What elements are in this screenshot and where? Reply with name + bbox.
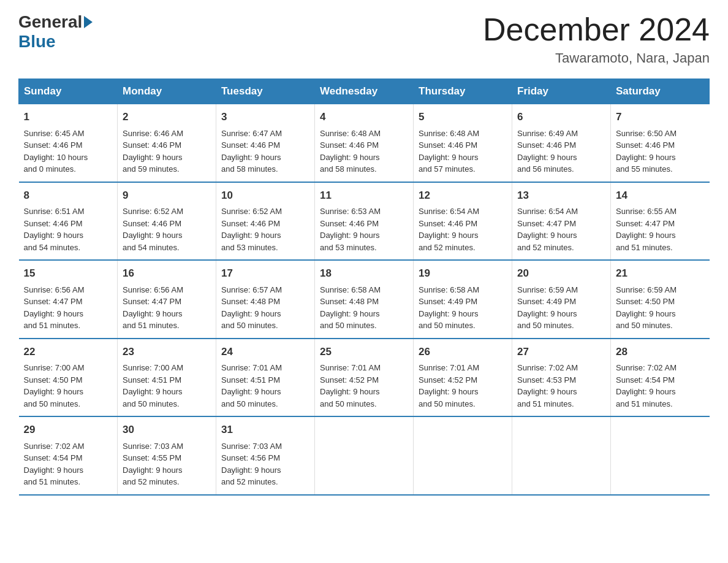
calendar-cell: 3Sunrise: 6:47 AM Sunset: 4:46 PM Daylig…: [216, 104, 315, 182]
calendar-cell: 14Sunrise: 6:55 AM Sunset: 4:47 PM Dayli…: [611, 182, 710, 261]
calendar-week-row: 15Sunrise: 6:56 AM Sunset: 4:47 PM Dayli…: [19, 260, 710, 339]
day-info: Sunrise: 6:59 AM Sunset: 4:50 PM Dayligh…: [616, 284, 705, 332]
day-info: Sunrise: 6:52 AM Sunset: 4:46 PM Dayligh…: [221, 205, 309, 253]
title-area: December 2024 Tawaramoto, Nara, Japan: [483, 12, 710, 66]
day-info: Sunrise: 6:55 AM Sunset: 4:47 PM Dayligh…: [616, 205, 705, 253]
calendar-cell: 27Sunrise: 7:02 AM Sunset: 4:53 PM Dayli…: [512, 339, 611, 417]
day-info: Sunrise: 6:59 AM Sunset: 4:49 PM Dayligh…: [517, 284, 605, 332]
column-header-friday: Friday: [512, 79, 611, 104]
day-number: 11: [320, 188, 408, 204]
day-number: 23: [123, 344, 211, 360]
column-header-saturday: Saturday: [611, 79, 710, 104]
calendar-cell: [611, 416, 710, 495]
day-info: Sunrise: 7:01 AM Sunset: 4:52 PM Dayligh…: [419, 362, 507, 410]
calendar-week-row: 22Sunrise: 7:00 AM Sunset: 4:50 PM Dayli…: [19, 339, 710, 417]
day-info: Sunrise: 6:45 AM Sunset: 4:46 PM Dayligh…: [24, 128, 113, 175]
calendar-cell: 8Sunrise: 6:51 AM Sunset: 4:46 PM Daylig…: [19, 182, 118, 261]
day-number: 2: [123, 109, 211, 125]
calendar-cell: 4Sunrise: 6:48 AM Sunset: 4:46 PM Daylig…: [315, 104, 414, 182]
calendar-cell: 26Sunrise: 7:01 AM Sunset: 4:52 PM Dayli…: [414, 339, 512, 417]
calendar-cell: 20Sunrise: 6:59 AM Sunset: 4:49 PM Dayli…: [512, 260, 611, 339]
column-header-wednesday: Wednesday: [315, 79, 414, 104]
day-number: 3: [221, 109, 309, 125]
day-info: Sunrise: 6:58 AM Sunset: 4:48 PM Dayligh…: [320, 284, 408, 332]
calendar-cell: 10Sunrise: 6:52 AM Sunset: 4:46 PM Dayli…: [216, 182, 315, 261]
calendar-week-row: 8Sunrise: 6:51 AM Sunset: 4:46 PM Daylig…: [19, 182, 710, 261]
day-info: Sunrise: 6:53 AM Sunset: 4:46 PM Dayligh…: [320, 205, 408, 253]
calendar-cell: 12Sunrise: 6:54 AM Sunset: 4:46 PM Dayli…: [414, 182, 512, 261]
day-number: 5: [419, 109, 507, 125]
day-number: 24: [221, 344, 309, 360]
day-number: 20: [517, 266, 605, 282]
column-header-thursday: Thursday: [414, 79, 512, 104]
location-title: Tawaramoto, Nara, Japan: [483, 50, 710, 66]
calendar-cell: 17Sunrise: 6:57 AM Sunset: 4:48 PM Dayli…: [216, 260, 315, 339]
calendar-cell: 5Sunrise: 6:48 AM Sunset: 4:46 PM Daylig…: [414, 104, 512, 182]
calendar-cell: 1Sunrise: 6:45 AM Sunset: 4:46 PM Daylig…: [19, 104, 118, 182]
day-info: Sunrise: 6:51 AM Sunset: 4:46 PM Dayligh…: [24, 205, 113, 253]
calendar-cell: 16Sunrise: 6:56 AM Sunset: 4:47 PM Dayli…: [118, 260, 216, 339]
day-number: 6: [517, 109, 605, 125]
calendar-cell: [512, 416, 611, 495]
calendar-cell: 18Sunrise: 6:58 AM Sunset: 4:48 PM Dayli…: [315, 260, 414, 339]
calendar-cell: 7Sunrise: 6:50 AM Sunset: 4:46 PM Daylig…: [611, 104, 710, 182]
day-number: 13: [517, 188, 605, 204]
day-info: Sunrise: 7:01 AM Sunset: 4:52 PM Dayligh…: [320, 362, 408, 410]
calendar-cell: 23Sunrise: 7:00 AM Sunset: 4:51 PM Dayli…: [118, 339, 216, 417]
column-header-tuesday: Tuesday: [216, 79, 315, 104]
calendar-cell: 6Sunrise: 6:49 AM Sunset: 4:46 PM Daylig…: [512, 104, 611, 182]
calendar-cell: 21Sunrise: 6:59 AM Sunset: 4:50 PM Dayli…: [611, 260, 710, 339]
day-number: 9: [123, 188, 211, 204]
calendar-cell: 30Sunrise: 7:03 AM Sunset: 4:55 PM Dayli…: [118, 416, 216, 495]
calendar-cell: 11Sunrise: 6:53 AM Sunset: 4:46 PM Dayli…: [315, 182, 414, 261]
day-info: Sunrise: 7:02 AM Sunset: 4:54 PM Dayligh…: [24, 440, 113, 488]
day-info: Sunrise: 6:47 AM Sunset: 4:46 PM Dayligh…: [221, 128, 309, 175]
calendar-cell: 25Sunrise: 7:01 AM Sunset: 4:52 PM Dayli…: [315, 339, 414, 417]
day-number: 21: [616, 266, 705, 282]
day-number: 7: [616, 109, 705, 125]
day-info: Sunrise: 7:00 AM Sunset: 4:51 PM Dayligh…: [123, 362, 211, 410]
column-header-sunday: Sunday: [19, 79, 118, 104]
day-number: 19: [419, 266, 507, 282]
calendar-week-row: 29Sunrise: 7:02 AM Sunset: 4:54 PM Dayli…: [19, 416, 710, 495]
day-number: 22: [24, 344, 113, 360]
day-number: 30: [123, 422, 211, 438]
day-info: Sunrise: 6:56 AM Sunset: 4:47 PM Dayligh…: [123, 284, 211, 332]
calendar-cell: 9Sunrise: 6:52 AM Sunset: 4:46 PM Daylig…: [118, 182, 216, 261]
calendar-cell: 2Sunrise: 6:46 AM Sunset: 4:46 PM Daylig…: [118, 104, 216, 182]
day-number: 26: [419, 344, 507, 360]
day-number: 8: [24, 188, 113, 204]
column-header-monday: Monday: [118, 79, 216, 104]
calendar-cell: 19Sunrise: 6:58 AM Sunset: 4:49 PM Dayli…: [414, 260, 512, 339]
logo-blue-text: Blue: [18, 32, 56, 51]
day-number: 1: [24, 109, 113, 125]
day-info: Sunrise: 7:03 AM Sunset: 4:56 PM Dayligh…: [221, 440, 309, 488]
page-header: General Blue December 2024 Tawaramoto, N…: [18, 12, 710, 66]
day-info: Sunrise: 6:48 AM Sunset: 4:46 PM Dayligh…: [320, 128, 408, 175]
day-number: 27: [517, 344, 605, 360]
day-number: 29: [24, 422, 113, 438]
calendar-body: 1Sunrise: 6:45 AM Sunset: 4:46 PM Daylig…: [19, 104, 710, 495]
calendar-table: SundayMondayTuesdayWednesdayThursdayFrid…: [18, 79, 710, 496]
day-number: 15: [24, 266, 113, 282]
day-number: 4: [320, 109, 408, 125]
calendar-cell: [315, 416, 414, 495]
day-info: Sunrise: 6:54 AM Sunset: 4:46 PM Dayligh…: [419, 205, 507, 253]
calendar-cell: 31Sunrise: 7:03 AM Sunset: 4:56 PM Dayli…: [216, 416, 315, 495]
calendar-cell: 15Sunrise: 6:56 AM Sunset: 4:47 PM Dayli…: [19, 260, 118, 339]
day-number: 16: [123, 266, 211, 282]
day-number: 28: [616, 344, 705, 360]
calendar-week-row: 1Sunrise: 6:45 AM Sunset: 4:46 PM Daylig…: [19, 104, 710, 182]
day-info: Sunrise: 7:00 AM Sunset: 4:50 PM Dayligh…: [24, 362, 113, 410]
day-info: Sunrise: 6:57 AM Sunset: 4:48 PM Dayligh…: [221, 284, 309, 332]
calendar-cell: 29Sunrise: 7:02 AM Sunset: 4:54 PM Dayli…: [19, 416, 118, 495]
day-info: Sunrise: 6:54 AM Sunset: 4:47 PM Dayligh…: [517, 205, 605, 253]
day-info: Sunrise: 7:01 AM Sunset: 4:51 PM Dayligh…: [221, 362, 309, 410]
calendar-cell: 22Sunrise: 7:00 AM Sunset: 4:50 PM Dayli…: [19, 339, 118, 417]
day-number: 12: [419, 188, 507, 204]
day-info: Sunrise: 6:46 AM Sunset: 4:46 PM Dayligh…: [123, 128, 211, 175]
day-number: 18: [320, 266, 408, 282]
month-title: December 2024: [483, 12, 710, 47]
calendar-cell: 13Sunrise: 6:54 AM Sunset: 4:47 PM Dayli…: [512, 182, 611, 261]
day-info: Sunrise: 6:56 AM Sunset: 4:47 PM Dayligh…: [24, 284, 113, 332]
